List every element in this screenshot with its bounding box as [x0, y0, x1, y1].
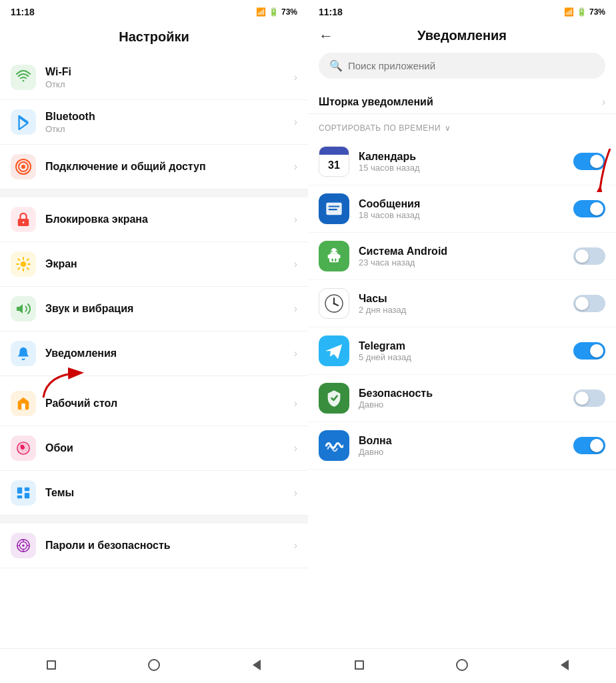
- settings-panel: 11:18 📶 🔋 73% Настройки Wi-Fi Откл: [0, 0, 308, 683]
- telegram-icon: [319, 335, 349, 366]
- settings-item-notifications[interactable]: Уведомления ›: [0, 331, 308, 376]
- clock-name: Часы: [359, 293, 573, 305]
- status-icons-left: 📶 🔋 73%: [256, 7, 297, 17]
- telegram-toggle-knob: [590, 344, 603, 358]
- settings-item-lock[interactable]: Блокировка экрана ›: [0, 197, 308, 242]
- notif-item-security[interactable]: Безопасность Давно: [308, 375, 616, 422]
- notification-shade-chevron: ›: [602, 96, 605, 108]
- telegram-time: 5 дней назад: [359, 352, 573, 362]
- cal-icon-top: [319, 147, 349, 155]
- notifications-panel: 11:18 📶 🔋 73% ← Уведомления 🔍 Шторка уве…: [308, 0, 616, 683]
- settings-item-wallpaper[interactable]: Обои ›: [0, 426, 308, 471]
- themes-icon: [11, 480, 36, 506]
- notif-item-telegram[interactable]: Telegram 5 дней назад: [308, 327, 616, 375]
- settings-item-themes[interactable]: Темы ›: [0, 471, 308, 516]
- notif-item-calendar[interactable]: 31 Календарь 15 часов назад: [308, 138, 616, 185]
- settings-item-desktop[interactable]: Рабочий стол ›: [0, 382, 308, 426]
- svg-point-1: [21, 165, 25, 169]
- notifications-text: Уведомления: [45, 347, 289, 361]
- clock-toggle[interactable]: [573, 295, 605, 312]
- nav-circle-icon-right: [456, 659, 468, 671]
- time-left: 11:18: [11, 7, 35, 17]
- sort-bar[interactable]: СОРТИРОВАТЬ ПО ВРЕМЕНИ ∨: [308, 114, 616, 138]
- calendar-text: Календарь 15 часов назад: [359, 151, 573, 173]
- security-name: Безопасность: [359, 388, 573, 400]
- nav-square-btn-right[interactable]: [350, 656, 369, 674]
- wave-icon: [319, 430, 349, 461]
- svg-line-12: [27, 268, 29, 269]
- svg-rect-31: [328, 255, 329, 259]
- nav-back-btn-left[interactable]: [247, 656, 266, 674]
- svg-point-0: [23, 80, 25, 82]
- bluetooth-text: Bluetooth Откл: [45, 110, 289, 134]
- nav-back-btn-right[interactable]: [555, 656, 574, 674]
- connection-icon: [11, 154, 36, 179]
- settings-item-connection[interactable]: Подключение и общий доступ ›: [0, 145, 308, 189]
- clock-text: Часы 2 дня назад: [359, 293, 573, 315]
- nav-back-icon-right: [561, 660, 569, 670]
- status-icons-right: 📶 🔋 73%: [564, 7, 605, 17]
- nav-circle-btn-left[interactable]: [145, 656, 163, 674]
- messages-time: 18 часов назад: [359, 210, 573, 220]
- security-toggle[interactable]: [573, 390, 605, 407]
- android-toggle[interactable]: [573, 247, 605, 265]
- notification-shade-label: Шторка уведомлений: [319, 96, 433, 108]
- svg-rect-26: [326, 203, 341, 215]
- display-label: Экран: [45, 257, 289, 271]
- nav-bar-left: [0, 648, 308, 683]
- sort-label: СОРТИРОВАТЬ ПО ВРЕМЕНИ: [319, 123, 441, 133]
- android-toggle-knob: [575, 249, 589, 263]
- telegram-text: Telegram 5 дней назад: [359, 340, 573, 362]
- settings-item-bluetooth[interactable]: Bluetooth Откл ›: [0, 100, 308, 145]
- svg-line-14: [18, 268, 19, 269]
- wave-toggle-knob: [590, 439, 603, 452]
- notif-item-clock[interactable]: Часы 2 дня назад: [308, 280, 616, 327]
- wave-toggle[interactable]: [573, 437, 605, 454]
- security-text: Безопасность Давно: [359, 388, 573, 410]
- battery-icon-right: 🔋: [577, 7, 587, 17]
- svg-rect-17: [17, 496, 22, 499]
- clock-time: 2 дня назад: [359, 305, 573, 315]
- messages-toggle[interactable]: [573, 200, 605, 217]
- clock-toggle-knob: [575, 297, 589, 310]
- status-bar-left: 11:18 📶 🔋 73%: [0, 0, 308, 21]
- nav-bar-right: [308, 648, 616, 683]
- back-arrow[interactable]: ←: [319, 29, 333, 43]
- nav-circle-btn-right[interactable]: [453, 656, 471, 674]
- telegram-toggle[interactable]: [573, 342, 605, 360]
- notif-header: ← Уведомления: [308, 21, 616, 53]
- svg-point-38: [333, 303, 335, 305]
- messages-toggle-knob: [590, 202, 603, 215]
- android-icon: [319, 241, 349, 271]
- signal-icon: 📶: [256, 7, 266, 17]
- wifi-text: Wi-Fi Откл: [45, 65, 289, 89]
- settings-item-display[interactable]: Экран ›: [0, 242, 308, 287]
- wave-time: Давно: [359, 447, 573, 457]
- notification-shade-row[interactable]: Шторка уведомлений ›: [308, 87, 616, 114]
- settings-item-sound[interactable]: Звук и вибрация ›: [0, 287, 308, 331]
- svg-point-29: [331, 251, 332, 252]
- notif-item-android[interactable]: Система Android 23 часа назад: [308, 233, 616, 280]
- wallpaper-icon: [11, 436, 36, 461]
- calendar-toggle[interactable]: [573, 153, 605, 170]
- settings-item-passwords[interactable]: Пароли и безопасность ›: [0, 524, 308, 568]
- svg-rect-33: [332, 259, 333, 262]
- desktop-chevron: ›: [294, 398, 297, 410]
- svg-point-30: [335, 251, 337, 252]
- notif-item-messages[interactable]: Сообщения 18 часов назад: [308, 185, 616, 233]
- settings-item-wifi[interactable]: Wi-Fi Откл ›: [0, 55, 308, 100]
- connection-label: Подключение и общий доступ: [45, 160, 289, 174]
- nav-square-btn-left[interactable]: [42, 656, 61, 674]
- nav-square-icon-left: [47, 660, 56, 670]
- svg-point-21: [22, 544, 25, 547]
- display-chevron: ›: [294, 258, 297, 270]
- notif-item-wave[interactable]: Волна Давно: [308, 422, 616, 470]
- svg-rect-18: [25, 493, 29, 498]
- svg-line-11: [18, 259, 19, 260]
- search-icon: 🔍: [329, 59, 343, 72]
- search-input[interactable]: [348, 60, 595, 71]
- search-bar[interactable]: 🔍: [319, 53, 605, 79]
- connection-chevron: ›: [294, 161, 297, 173]
- android-text: Система Android 23 часа назад: [359, 245, 573, 267]
- desktop-text: Рабочий стол: [45, 397, 289, 411]
